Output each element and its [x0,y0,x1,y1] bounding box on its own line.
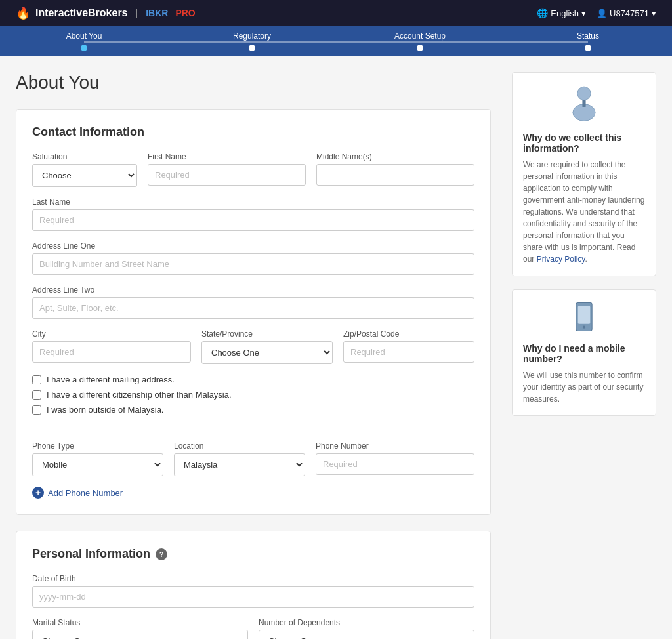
location-select[interactable]: Malaysia United States Other [174,453,305,476]
user-icon: 👤 [597,9,607,18]
dob-input[interactable] [32,586,474,608]
dob-row: Date of Birth [32,574,474,608]
mobile-card-title: Why do I need a mobile number? [523,343,645,364]
user-button[interactable]: 👤 U8747571 ▾ [597,9,656,18]
address1-input[interactable] [32,253,474,275]
address2-group: Address Line Two [32,285,474,319]
add-phone-icon: + [32,487,44,499]
svg-rect-4 [578,306,591,324]
address2-row: Address Line Two [32,285,474,319]
salutation-select[interactable]: Choose Mr. Mrs. Ms. Dr. [32,164,137,187]
logo-area: 🔥 InteractiveBrokers | IBKR PRO [16,6,196,20]
address2-input[interactable] [32,297,474,319]
user-chevron-icon: ▾ [652,9,656,18]
citizenship-label[interactable]: I have a different citizenship other tha… [47,390,232,400]
privacy-policy-link[interactable]: Privacy Policy [537,255,585,264]
personal-info-help-icon[interactable]: ? [156,548,167,560]
sidebar-collect-info-card: Why do we collect this information? We a… [512,72,656,276]
collect-info-text: We are required to collect the personal … [523,159,645,265]
zip-group: Zip/Postal Code [343,329,474,364]
birthplace-checkbox-row: I was born outside of Malaysia. [32,405,474,415]
sidebar-mobile-card: Why do I need a mobile number? We will u… [512,289,656,416]
mailing-address-label[interactable]: I have a different mailing address. [47,375,175,384]
dob-group: Date of Birth [32,574,474,608]
step-about-you[interactable]: About You [0,31,168,51]
state-select[interactable]: Choose One [201,341,333,364]
language-label: English [551,9,579,18]
language-button[interactable]: 🌐 English ▾ [537,8,586,18]
marital-status-label: Marital Status [32,618,248,627]
middle-name-label: Middle Name(s) [316,152,474,161]
first-name-label: First Name [148,152,306,161]
last-name-row: Last Name [32,197,474,231]
step-account-setup-dot [417,45,423,51]
contact-information-section: Contact Information Salutation Choose Mr… [16,109,491,515]
lang-chevron-icon: ▾ [581,9,586,18]
marital-status-select[interactable]: Choose One Single Married Divorced Widow… [32,630,248,639]
location-group: Location Malaysia United States Other [174,442,305,476]
citizenship-checkbox[interactable] [32,390,41,400]
section-divider [32,428,474,428]
svg-rect-2 [582,100,585,107]
address2-label: Address Line Two [32,285,474,295]
top-navigation: 🔥 InteractiveBrokers | IBKR PRO 🌐 Englis… [0,0,672,26]
contact-section-title: Contact Information [32,125,474,139]
city-group: City [32,329,191,364]
address1-group: Address Line One [32,241,474,275]
sidebar: Why do we collect this information? We a… [512,72,656,639]
step-regulatory[interactable]: Regulatory [168,31,336,51]
form-area: About You Contact Information Salutation… [16,72,491,639]
marital-dependents-row: Marital Status Choose One Single Married… [32,618,474,639]
main-content: About You Contact Information Salutation… [0,56,672,639]
zip-input[interactable] [343,341,474,363]
dependents-label: Number of Dependents [259,618,474,627]
phone-type-select[interactable]: Mobile Home Work [32,453,163,476]
add-phone-label: Add Phone Number [48,488,123,498]
last-name-input[interactable] [32,209,474,231]
dependents-select[interactable]: Choose One 0 1 2 3+ [259,630,474,639]
progress-bar: About You Regulatory Account Setup Statu… [0,26,672,56]
page-title: About You [16,72,491,93]
zip-label: Zip/Postal Code [343,329,474,339]
mailing-address-checkbox-row: I have a different mailing address. [32,375,474,384]
add-phone-link[interactable]: + Add Phone Number [32,487,474,499]
citizenship-checkbox-row: I have a different citizenship other tha… [32,390,474,400]
last-name-group: Last Name [32,197,474,231]
step-account-setup[interactable]: Account Setup [336,31,504,51]
dependents-group: Number of Dependents Choose One 0 1 2 3+ [259,618,474,639]
salutation-group: Salutation Choose Mr. Mrs. Ms. Dr. [32,152,137,187]
collect-info-title: Why do we collect this information? [523,133,645,154]
nav-right: 🌐 English ▾ 👤 U8747571 ▾ [537,8,656,18]
personal-section-title: Personal Information ? [32,547,474,561]
first-name-group: First Name [148,152,306,187]
phone-row: Phone Type Mobile Home Work Location Mal… [32,442,474,476]
flame-icon: 🔥 [16,6,30,20]
salutation-label: Salutation [32,152,137,161]
phone-number-group: Phone Number [316,442,474,476]
user-id-label: U8747571 [610,9,649,18]
phone-icon-container [523,300,645,335]
birthplace-checkbox[interactable] [32,405,41,415]
first-name-input[interactable] [148,164,306,186]
contact-section-title-text: Contact Information [32,125,144,139]
middle-name-group: Middle Name(s) [316,152,474,187]
state-label: State/Province [201,329,333,339]
address1-row: Address Line One [32,241,474,275]
mailing-address-checkbox[interactable] [32,375,41,384]
address1-label: Address Line One [32,241,474,251]
step-about-you-dot [81,45,87,51]
last-name-label: Last Name [32,197,474,207]
phone-number-input[interactable] [316,453,474,475]
svg-point-0 [578,87,591,100]
marital-status-group: Marital Status Choose One Single Married… [32,618,248,639]
city-input[interactable] [32,341,191,363]
svg-point-5 [583,326,585,329]
middle-name-input[interactable] [316,164,474,186]
phone-type-group: Phone Type Mobile Home Work [32,442,163,476]
step-regulatory-dot [249,45,255,51]
step-status[interactable]: Status [504,31,672,51]
birthplace-label[interactable]: I was born outside of Malaysia. [47,405,163,415]
state-group: State/Province Choose One [201,329,333,364]
step-status-dot [585,45,591,51]
person-icon [564,83,604,123]
